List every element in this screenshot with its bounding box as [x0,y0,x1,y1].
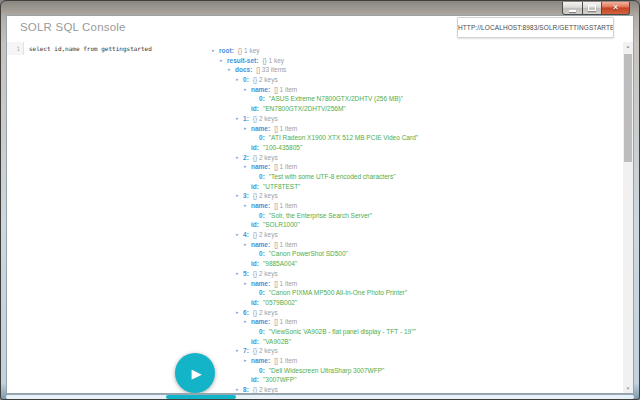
tree-key: id [251,260,259,267]
tree-row: ▸8{} 2 keys [212,385,619,393]
tree-row: ▸4{} 2 keys [212,230,619,240]
horizontal-scrollbar[interactable] [6,395,634,399]
tree-key: id [251,183,259,190]
line-number: 1 [16,45,20,52]
tree-row: ▸5{} 2 keys [212,269,619,279]
collapse-arrow-icon[interactable]: ▸ [236,114,243,124]
collapse-arrow-icon[interactable]: ▸ [236,191,243,201]
page-title: SOLR SQL Console [20,21,126,33]
collapse-arrow-icon[interactable]: ▸ [212,46,219,56]
collapse-arrow-icon[interactable]: ▸ [236,308,243,318]
maximize-button[interactable] [582,2,602,15]
tree-row: 0"ASUS Extreme N7800GTX/2DHTV (256 MB)" [212,94,619,104]
tree-row: 0"Test with some UTF-8 encoded character… [212,172,619,182]
close-button[interactable]: ✕ [601,2,630,15]
tree-key: 0 [259,367,265,374]
tree-meta: [] 1 item [274,86,297,93]
json-tree: ▸root{} 1 key▸result-set{} 1 key▸docs[] … [212,46,619,393]
tree-key: name [251,357,270,364]
run-query-button[interactable]: ▶ [175,353,215,393]
collapse-arrow-icon[interactable]: ▸ [244,317,251,327]
scroll-up-button[interactable]: ▲ [623,42,633,52]
tree-meta: {} 2 keys [253,347,278,354]
tree-key: name [251,241,270,248]
tree-meta: {} 1 key [262,57,284,64]
collapse-arrow-icon[interactable]: ▸ [236,269,243,279]
collapse-arrow-icon[interactable]: ▸ [244,279,251,289]
scroll-up-icon: ▲ [626,44,630,49]
play-icon: ▶ [189,367,202,380]
tree-row: 0"Dell Widescreen UltraSharp 3007WFP" [212,366,619,376]
tree-key: name [251,202,270,209]
tree-row: id"3007WFP" [212,375,619,385]
vertical-scrollbar-thumb[interactable] [624,54,632,162]
tree-value: "Canon PowerShot SD500" [269,250,348,257]
scroll-down-icon: ▼ [626,386,630,391]
collapse-arrow-icon[interactable]: ▸ [236,75,243,85]
query-editor[interactable]: 1 select id,name from gettingstarted [7,42,207,56]
tree-key: 0 [259,212,265,219]
tree-row: ▸name[] 1 item [212,162,619,172]
tree-value: "ViewSonic VA902B - flat panel display -… [269,328,416,335]
tree-key: name [251,86,270,93]
tree-row: ▸name[] 1 item [212,356,619,366]
tree-value: "ATI Radeon X1900 XTX 512 MB PCIE Video … [269,134,418,141]
tree-row: ▸name[] 1 item [212,240,619,250]
tree-key: 6 [243,309,249,316]
scroll-down-button[interactable]: ▼ [623,384,633,394]
vertical-scrollbar[interactable]: ▲ ▼ [623,42,633,394]
tree-row: ▸docs[] 33 items [212,65,619,75]
tree-key: id [251,338,259,345]
collapse-arrow-icon[interactable]: ▸ [236,346,243,356]
tree-row: ▸7{} 2 keys [212,346,619,356]
collapse-arrow-icon[interactable]: ▸ [236,385,243,393]
query-text[interactable]: select id,name from gettingstarted [24,42,152,56]
tree-row: ▸name[] 1 item [212,317,619,327]
tree-row: ▸name[] 1 item [212,201,619,211]
solr-url-input[interactable] [457,17,614,38]
tree-value: "Solr, the Enterprise Search Server" [269,212,372,219]
collapse-arrow-icon[interactable]: ▸ [236,153,243,163]
tree-row: ▸6{} 2 keys [212,308,619,318]
collapse-arrow-icon[interactable]: ▸ [244,85,251,95]
collapse-arrow-icon[interactable]: ▸ [244,356,251,366]
horizontal-scrollbar-thumb[interactable] [166,395,236,399]
tree-value: "Test with some UTF-8 encoded characters… [269,173,396,180]
tree-meta: {} 2 keys [253,76,278,83]
tree-meta: {} 2 keys [253,309,278,316]
tree-value: "SOLR1000" [263,221,300,228]
collapse-arrow-icon[interactable]: ▸ [228,65,235,75]
tree-row: id"SOLR1000" [212,220,619,230]
tree-value: "VA902B" [263,338,291,345]
tree-row: ▸result-set{} 1 key [212,56,619,66]
tree-row: 0"Canon PIXMA MP500 All-In-One Photo Pri… [212,288,619,298]
tree-row: ▸3{} 2 keys [212,191,619,201]
collapse-arrow-icon[interactable]: ▸ [244,162,251,172]
tree-key: result-set [227,57,258,64]
window-caption-buttons: ✕ [563,2,630,15]
tree-row: ▸name[] 1 item [212,124,619,134]
client-area: SOLR SQL Console 1 select id,name from g… [6,15,634,394]
tree-key: root [219,47,234,54]
collapse-arrow-icon[interactable]: ▸ [244,124,251,134]
tree-key: 0 [259,250,265,257]
tree-key: 0 [259,328,265,335]
tree-key: id [251,105,259,112]
collapse-arrow-icon[interactable]: ▸ [244,201,251,211]
minimize-button[interactable] [562,2,583,15]
tree-row: id"9885A004" [212,259,619,269]
tree-row: id"100-435805" [212,143,619,153]
tree-key: name [251,163,270,170]
tree-key: 3 [243,192,249,199]
tree-value: "Canon PIXMA MP500 All-In-One Photo Prin… [269,289,407,296]
tree-meta: {} 1 key [238,47,260,54]
tree-meta: [] 1 item [274,357,297,364]
tree-row: ▸root{} 1 key [212,46,619,56]
tree-value: "9885A004" [263,260,297,267]
tree-row: ▸name[] 1 item [212,279,619,289]
collapse-arrow-icon[interactable]: ▸ [220,56,227,66]
collapse-arrow-icon[interactable]: ▸ [236,230,243,240]
tree-key: 0 [259,134,265,141]
collapse-arrow-icon[interactable]: ▸ [244,240,251,250]
tree-key: 0 [243,76,249,83]
